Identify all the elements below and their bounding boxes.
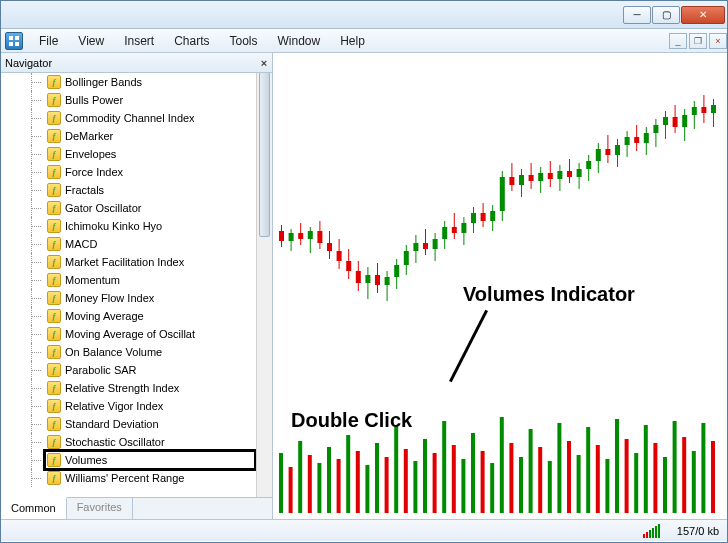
tree-item[interactable]: fRelative Vigor Index: [1, 397, 256, 415]
tree-item[interactable]: fVolumes: [1, 451, 256, 469]
svg-rect-9: [365, 465, 369, 513]
svg-rect-121: [634, 137, 639, 143]
svg-rect-33: [596, 445, 600, 513]
indicator-icon: f: [47, 165, 61, 179]
tree-item[interactable]: fRelative Strength Index: [1, 379, 256, 397]
tree-item-label: Bollinger Bands: [65, 76, 142, 88]
tree-item-label: MACD: [65, 238, 97, 250]
menu-view[interactable]: View: [68, 34, 114, 48]
maximize-button[interactable]: ▢: [652, 6, 680, 24]
svg-rect-34: [605, 459, 609, 513]
svg-rect-113: [596, 149, 601, 161]
svg-rect-11: [385, 457, 389, 513]
minimize-button[interactable]: ─: [623, 6, 651, 24]
navigator-scroll-area[interactable]: fBollinger BandsfBulls PowerfCommodity C…: [1, 73, 256, 497]
svg-rect-16: [433, 453, 437, 513]
svg-rect-103: [548, 173, 553, 179]
svg-rect-53: [308, 231, 313, 239]
navigator-close-button[interactable]: ×: [256, 57, 272, 69]
svg-rect-57: [327, 243, 332, 251]
tree-item[interactable]: fMarket Facilitation Index: [1, 253, 256, 271]
svg-rect-115: [605, 149, 610, 155]
tree-item[interactable]: fParabolic SAR: [1, 361, 256, 379]
navigator-tree: fBollinger BandsfBulls PowerfCommodity C…: [1, 73, 272, 497]
tree-item[interactable]: fIchimoku Kinko Hyo: [1, 217, 256, 235]
menu-file[interactable]: File: [29, 34, 68, 48]
tree-item-label: Stochastic Oscillator: [65, 436, 165, 448]
tree-item[interactable]: fCommodity Channel Index: [1, 109, 256, 127]
tab-favorites[interactable]: Favorites: [67, 498, 133, 519]
tree-item[interactable]: fMACD: [1, 235, 256, 253]
menu-help[interactable]: Help: [330, 34, 375, 48]
menu-insert[interactable]: Insert: [114, 34, 164, 48]
menu-charts[interactable]: Charts: [164, 34, 219, 48]
svg-rect-23: [500, 417, 504, 513]
tree-item-label: Bulls Power: [65, 94, 123, 106]
navigator-title: Navigator: [5, 57, 52, 69]
indicator-icon: f: [47, 219, 61, 233]
tree-item[interactable]: fMoney Flow Index: [1, 289, 256, 307]
tree-item[interactable]: fOn Balance Volume: [1, 343, 256, 361]
mdi-restore-button[interactable]: ❐: [689, 33, 707, 49]
svg-rect-87: [471, 213, 476, 223]
mdi-controls: _ ❐ ×: [667, 33, 727, 49]
menu-window[interactable]: Window: [268, 34, 331, 48]
close-button[interactable]: ✕: [681, 6, 725, 24]
svg-rect-83: [452, 227, 457, 233]
menu-tools[interactable]: Tools: [220, 34, 268, 48]
tree-item[interactable]: fMoving Average of Oscillat: [1, 325, 256, 343]
svg-rect-27: [538, 447, 542, 513]
svg-rect-5: [327, 447, 331, 513]
svg-rect-81: [442, 227, 447, 239]
scrollbar-thumb[interactable]: [259, 73, 270, 237]
svg-rect-71: [394, 265, 399, 277]
tree-item[interactable]: fWilliams' Percent Range: [1, 469, 256, 487]
tree-item-label: Moving Average of Oscillat: [65, 328, 195, 340]
svg-rect-49: [289, 233, 294, 241]
svg-rect-0: [279, 453, 283, 513]
svg-rect-22: [490, 463, 494, 513]
svg-rect-41: [673, 421, 677, 513]
chart-area[interactable]: Volumes Indicator Double Click: [273, 53, 727, 519]
tree-item[interactable]: fBollinger Bands: [1, 73, 256, 91]
svg-rect-1: [289, 467, 293, 513]
svg-rect-6: [337, 459, 341, 513]
tree-item[interactable]: fMomentum: [1, 271, 256, 289]
indicator-icon: f: [47, 309, 61, 323]
mdi-minimize-button[interactable]: _: [669, 33, 687, 49]
svg-rect-25: [519, 457, 523, 513]
tree-item[interactable]: fStochastic Oscillator: [1, 433, 256, 451]
tree-item[interactable]: fMoving Average: [1, 307, 256, 325]
tree-item[interactable]: fFractals: [1, 181, 256, 199]
svg-rect-47: [279, 231, 284, 241]
tree-item[interactable]: fBulls Power: [1, 91, 256, 109]
tree-item[interactable]: fGator Oscillator: [1, 199, 256, 217]
svg-rect-63: [356, 271, 361, 283]
indicator-icon: f: [47, 255, 61, 269]
status-bar: 157/0 kb: [1, 519, 727, 541]
tree-item-label: Market Facilitation Index: [65, 256, 184, 268]
svg-rect-51: [298, 233, 303, 239]
tree-item[interactable]: fStandard Deviation: [1, 415, 256, 433]
svg-rect-67: [375, 275, 380, 285]
tree-item[interactable]: fForce Index: [1, 163, 256, 181]
navigator-scrollbar[interactable]: [256, 73, 272, 497]
indicator-icon: f: [47, 75, 61, 89]
indicator-icon: f: [47, 435, 61, 449]
mdi-close-button[interactable]: ×: [709, 33, 727, 49]
svg-rect-95: [509, 177, 514, 185]
tree-item[interactable]: fEnvelopes: [1, 145, 256, 163]
tree-item-label: On Balance Volume: [65, 346, 162, 358]
svg-rect-127: [663, 117, 668, 125]
svg-rect-28: [548, 461, 552, 513]
indicator-icon: f: [47, 237, 61, 251]
tree-item-label: Relative Vigor Index: [65, 400, 163, 412]
indicator-icon: f: [47, 327, 61, 341]
svg-rect-32: [586, 427, 590, 513]
tree-item[interactable]: fDeMarker: [1, 127, 256, 145]
svg-rect-12: [394, 425, 398, 513]
indicator-icon: f: [47, 93, 61, 107]
tab-common[interactable]: Common: [1, 497, 67, 519]
indicator-icon: f: [47, 201, 61, 215]
tree-item-label: Moving Average: [65, 310, 144, 322]
